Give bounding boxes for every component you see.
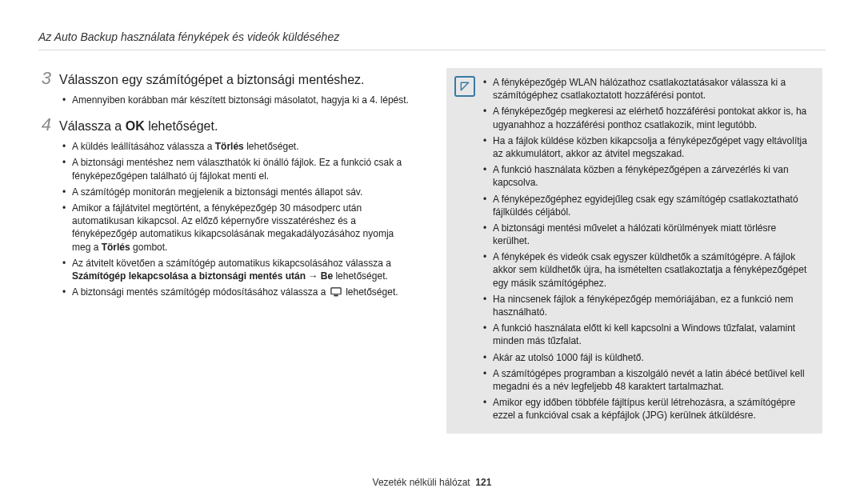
footer-page-number: 121	[475, 477, 491, 488]
step-4-title: Válassza a OK lehetőséget.	[59, 119, 218, 134]
step-4: 4 Válassza a OK lehetőséget. A küldés le…	[38, 114, 414, 298]
page-footer: Vezeték nélküli hálózat 121	[38, 467, 826, 488]
list-item: A biztonsági mentéshez nem választhatók …	[72, 156, 414, 182]
svg-rect-1	[334, 294, 338, 296]
step-3-head: 3 Válasszon egy számítógépet a biztonság…	[38, 68, 414, 89]
change-computer-icon	[330, 287, 342, 297]
text: lehetőséget.	[333, 270, 388, 282]
svg-rect-0	[331, 288, 341, 294]
list-item: A biztonsági mentési művelet a hálózati …	[483, 222, 811, 247]
step-4-title-bold: OK	[126, 119, 145, 133]
page: Az Auto Backup használata fényképek és v…	[0, 0, 864, 504]
step-4-head: 4 Válassza a OK lehetőséget.	[38, 114, 414, 135]
left-column: 3 Válasszon egy számítógépet a biztonság…	[38, 68, 414, 467]
step-4-title-pre: Válassza a	[59, 119, 126, 133]
step-4-title-post: lehetőséget.	[145, 119, 218, 133]
list-item: A funkció használata közben a fényképező…	[483, 163, 811, 189]
list-item: Az átvitelt követően a számítógép automa…	[72, 257, 414, 282]
step-4-bullets: A küldés leállításához válassza a Törlés…	[38, 140, 414, 298]
text: lehetőséget.	[343, 286, 398, 298]
list-item: A fényképezőgép WLAN hálózathoz csatlako…	[483, 76, 811, 102]
step-3-title: Válasszon egy számítógépet a biztonsági …	[59, 73, 365, 87]
list-item: A fényképezőgéphez egyidejűleg csak egy …	[483, 193, 811, 218]
text: A küldés leállításához válassza a	[72, 141, 215, 152]
list-item: Amikor a fájlátvitel megtörtént, a fényk…	[72, 202, 414, 254]
list-item: A számítógép monitorán megjelenik a bizt…	[72, 186, 414, 198]
list-item: A számítógépes programban a kiszolgáló n…	[483, 367, 811, 393]
list-item: A fényképezőgép megkeresi az elérhető ho…	[483, 105, 811, 130]
step-3-number: 3	[38, 68, 51, 89]
right-column: A fényképezőgép WLAN hálózathoz csatlako…	[446, 68, 822, 467]
list-item: Ha nincsenek fájlok a fényképezőgép memó…	[483, 293, 811, 318]
bold-text: Számítógép lekapcsolása a biztonsági men…	[72, 270, 333, 282]
list-item: A fényképek és videók csak egyszer küldh…	[483, 250, 811, 290]
text: lehetőséget.	[244, 141, 299, 152]
bold-text: Törlés	[102, 242, 130, 253]
footer-section: Vezeték nélküli hálózat	[373, 477, 470, 488]
text: Az átvitelt követően a számítógép automa…	[72, 258, 391, 269]
list-item: A biztonsági mentés számítógép módosítás…	[72, 286, 414, 298]
list-item: Ha a fájlok küldése közben kikapcsolja a…	[483, 134, 811, 160]
note-box: A fényképezőgép WLAN hálózathoz csatlako…	[446, 68, 822, 434]
note-list: A fényképezőgép WLAN hálózathoz csatlako…	[483, 76, 811, 422]
page-header: Az Auto Backup használata fényképek és v…	[38, 30, 826, 50]
list-item: Akár az utolsó 1000 fájl is küldhető.	[483, 351, 811, 364]
list-item: Amennyiben korábban már készített bizton…	[72, 94, 414, 106]
step-4-number: 4	[38, 114, 51, 135]
text: A biztonsági mentés számítógép módosítás…	[72, 286, 329, 298]
content-columns: 3 Válasszon egy számítógépet a biztonság…	[38, 68, 826, 467]
note-icon	[454, 76, 475, 97]
page-header-title: Az Auto Backup használata fényképek és v…	[38, 30, 339, 43]
list-item: A funkció használata előtt ki kell kapcs…	[483, 322, 811, 347]
step-3-bullets: Amennyiben korábban már készített bizton…	[38, 94, 414, 106]
step-3: 3 Válasszon egy számítógépet a biztonság…	[38, 68, 414, 106]
bold-text: Törlés	[215, 141, 244, 152]
list-item: Amikor egy időben többféle fájltípus ker…	[483, 396, 811, 422]
text: gombot.	[130, 242, 168, 253]
list-item: A küldés leállításához válassza a Törlés…	[72, 140, 414, 153]
